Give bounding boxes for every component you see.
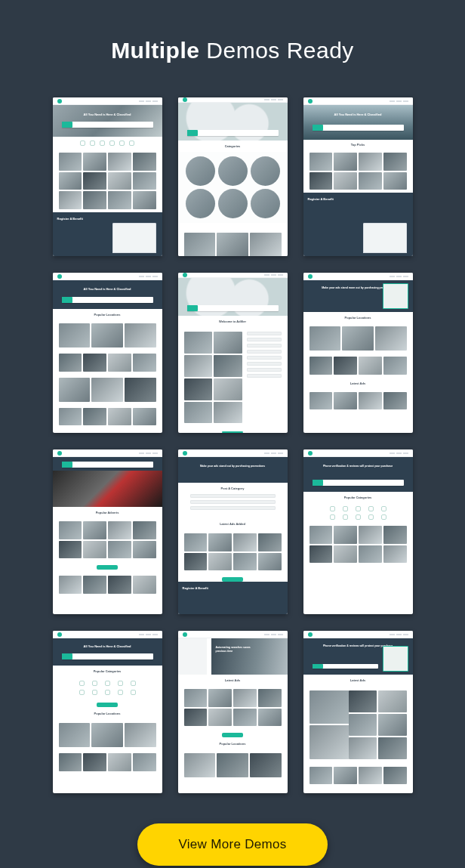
demo-thumbnail[interactable]: Make your ads stand out by purchasing pr… bbox=[178, 449, 288, 614]
page-title: Multiple Demos Ready bbox=[111, 38, 354, 63]
demo-thumbnail[interactable]: Automating searches saves precious time … bbox=[178, 631, 288, 793]
demo-thumbnail[interactable]: All You Need is Here & Classified Regist… bbox=[53, 97, 162, 256]
demo-thumbnail[interactable]: Phone verification & reviews will protec… bbox=[303, 449, 413, 614]
demo-grid: All You Need is Here & Classified Regist… bbox=[53, 97, 413, 793]
demo-thumbnail[interactable]: Categories bbox=[178, 97, 288, 256]
demo-thumbnail[interactable]: Popular Adverts bbox=[53, 449, 162, 614]
demo-thumbnail[interactable]: Make your ads stand more out by purchasi… bbox=[303, 273, 413, 433]
demo-thumbnail[interactable]: All You Need is Here & Classified Top Pi… bbox=[303, 97, 413, 256]
view-more-demos-button[interactable]: View More Demos bbox=[137, 823, 327, 866]
demo-thumbnail[interactable]: All You Need is Here & Classified Popula… bbox=[53, 273, 162, 433]
demo-thumbnail[interactable]: Phone verification & reviews will protec… bbox=[303, 631, 413, 793]
demo-thumbnail[interactable]: All You Need is Here & Classified Popula… bbox=[53, 631, 162, 793]
demo-thumbnail[interactable]: Welcome to Adifier bbox=[178, 273, 288, 433]
